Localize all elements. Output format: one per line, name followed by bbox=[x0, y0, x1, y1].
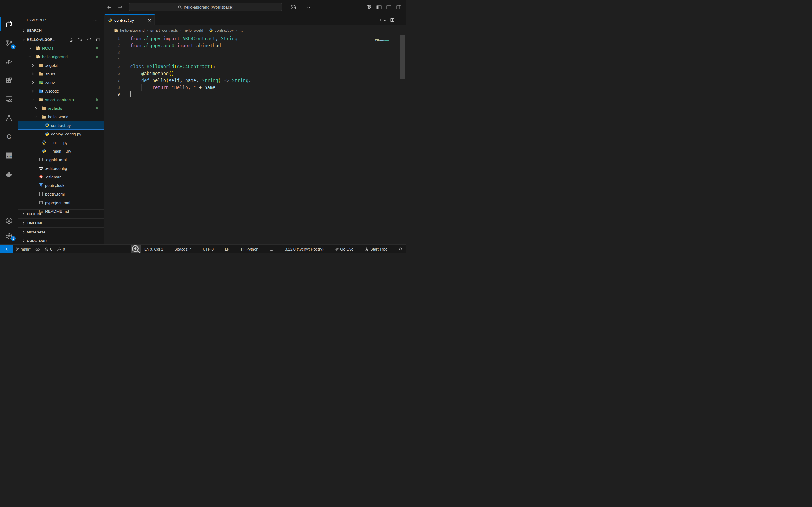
notifications[interactable] bbox=[397, 247, 404, 251]
publish-changes[interactable] bbox=[36, 247, 40, 251]
zoom-status-tile[interactable] bbox=[131, 245, 141, 253]
tree-item--gitignore[interactable]: .gitignore bbox=[18, 172, 104, 181]
activity-item-testing[interactable] bbox=[0, 108, 18, 127]
chevron-right-icon[interactable] bbox=[31, 63, 39, 67]
tree-item-poetry-toml[interactable]: poetry.toml bbox=[18, 190, 104, 198]
refresh-icon[interactable] bbox=[87, 37, 91, 42]
editor-actions bbox=[377, 14, 403, 25]
more-actions-icon[interactable] bbox=[93, 18, 98, 22]
tree-item--init-py[interactable]: __init__.py bbox=[18, 138, 104, 147]
status-item-label: Go Live bbox=[340, 247, 354, 251]
tab-contract-py[interactable]: contract.py bbox=[105, 14, 155, 25]
activity-item-dotenv[interactable]: .ENV bbox=[0, 146, 18, 165]
tree-item-smart-contracts[interactable]: smart_contracts bbox=[18, 95, 104, 104]
code-editor[interactable]: 123456789 from algopy import ARC4Contrac… bbox=[105, 35, 406, 244]
tree-item-deploy-config-py[interactable]: deploy_config.py bbox=[18, 129, 104, 138]
command-center-search[interactable]: hello-algorand (Workspace) bbox=[129, 3, 283, 11]
tree-item-hello-algorand[interactable]: hello-algorand bbox=[18, 52, 104, 61]
python-interpreter[interactable]: 3.12.0 ('.venv': Poetry) bbox=[283, 247, 325, 251]
chevron-down-icon[interactable] bbox=[34, 115, 42, 119]
split-icon[interactable] bbox=[390, 18, 395, 22]
encoding[interactable]: UTF-8 bbox=[201, 247, 215, 251]
copilot-icon[interactable] bbox=[290, 4, 296, 10]
chevron-down-small-icon[interactable] bbox=[384, 18, 387, 22]
toggle-sidebar-left-icon[interactable] bbox=[376, 4, 382, 10]
activity-item-explorer[interactable] bbox=[0, 14, 18, 33]
chevron-down-icon[interactable] bbox=[28, 55, 36, 59]
code-line-2: from algopy.arc4 import abimethod bbox=[130, 42, 251, 49]
section-outline[interactable]: OUTLINE bbox=[18, 209, 104, 218]
tree-item--algokit[interactable]: .algokit bbox=[18, 61, 104, 69]
activity-item-docker[interactable] bbox=[0, 165, 18, 183]
new-file-icon[interactable] bbox=[68, 37, 73, 42]
start-tree[interactable]: Start Tree bbox=[363, 247, 389, 251]
breadcrumb-item[interactable]: smart_contracts bbox=[150, 28, 178, 33]
breadcrumb-item[interactable]: … bbox=[239, 28, 243, 33]
errors-count[interactable]: 0 bbox=[45, 247, 52, 251]
tree-item--tours[interactable]: .tours bbox=[18, 69, 104, 78]
go-live[interactable]: Go Live bbox=[333, 247, 355, 251]
chevron-down-icon[interactable] bbox=[307, 6, 310, 9]
ellipsis-icon[interactable] bbox=[398, 18, 403, 22]
play-icon[interactable] bbox=[377, 18, 382, 22]
tree-item-label: __main__.py bbox=[48, 149, 71, 154]
tree-item-artifacts[interactable]: artifacts bbox=[18, 104, 104, 112]
section-workspace[interactable]: HELLO-ALGOR... bbox=[18, 35, 104, 44]
section-label: CODETOUR bbox=[27, 239, 47, 243]
text-cursor bbox=[130, 92, 131, 97]
forward-arrow-icon[interactable] bbox=[118, 5, 123, 10]
tree-item--editorconfig[interactable]: .editorconfig bbox=[18, 164, 104, 172]
eol[interactable]: LF bbox=[223, 247, 231, 251]
indentation[interactable]: Spaces: 4 bbox=[173, 247, 193, 251]
new-folder-icon[interactable] bbox=[78, 37, 82, 42]
chevron-right-icon[interactable] bbox=[31, 89, 39, 93]
toggle-panel-bottom-icon[interactable] bbox=[386, 4, 392, 10]
chevron-right-icon[interactable] bbox=[28, 46, 36, 50]
chevron-right-icon[interactable] bbox=[34, 106, 42, 110]
tree-item-root[interactable]: ROOT bbox=[18, 44, 104, 52]
activity-item-accounts[interactable] bbox=[0, 213, 18, 228]
remote-indicator[interactable] bbox=[0, 245, 13, 253]
tree-item-label: .editorconfig bbox=[45, 166, 67, 171]
collapse-all-icon[interactable] bbox=[96, 37, 100, 42]
activity-item-remote-explorer[interactable] bbox=[0, 90, 18, 108]
tree-item-poetry-lock[interactable]: poetry.lock bbox=[18, 181, 104, 190]
chevron-down-icon[interactable] bbox=[31, 98, 39, 102]
activity-item-settings[interactable]: 1 bbox=[0, 228, 18, 244]
layout-customize-icon[interactable] bbox=[366, 4, 372, 10]
tree-item--venv[interactable]: .venv bbox=[18, 78, 104, 87]
copilot-status[interactable] bbox=[268, 247, 275, 251]
activity-item-extensions[interactable] bbox=[0, 71, 18, 90]
breadcrumb-item[interactable]: contract.py bbox=[209, 28, 234, 33]
tree-item-contract-py[interactable]: contract.py bbox=[18, 121, 104, 129]
breadcrumb-item[interactable]: hello_world bbox=[184, 28, 203, 33]
tree-item-hello-world[interactable]: hello_world bbox=[18, 112, 104, 121]
tree-item--vscode[interactable]: .vscode bbox=[18, 87, 104, 95]
activity-item-source-control[interactable]: 6 bbox=[0, 33, 18, 52]
activity-item-run-and-debug[interactable] bbox=[0, 52, 18, 71]
cursor-position[interactable]: Ln 9, Col 1 bbox=[143, 247, 165, 251]
editorconfig-icon bbox=[39, 166, 45, 171]
tree-item--main-py[interactable]: __main__.py bbox=[18, 147, 104, 155]
breadcrumb-item[interactable]: hello-algorand bbox=[114, 28, 145, 33]
warnings-count[interactable]: 0 bbox=[57, 247, 65, 251]
activity-item-algokit[interactable]: G bbox=[0, 127, 18, 146]
tree-item-pyproject-toml[interactable]: pyproject.toml bbox=[18, 198, 104, 207]
tree-item--algokit-toml[interactable]: .algokit.toml bbox=[18, 155, 104, 164]
language-mode[interactable]: {}Python bbox=[239, 247, 260, 251]
toggle-sidebar-right-icon[interactable] bbox=[396, 4, 402, 10]
section-search[interactable]: SEARCH bbox=[18, 26, 104, 35]
status-item-label: 0 bbox=[50, 247, 52, 251]
chevron-right-icon[interactable] bbox=[31, 72, 39, 76]
breadcrumb-label: hello_world bbox=[184, 28, 203, 33]
minimap[interactable] bbox=[373, 36, 394, 41]
scrollbar-slider[interactable] bbox=[400, 36, 405, 79]
chevron-right-icon[interactable] bbox=[31, 80, 39, 84]
section-metadata[interactable]: METADATA bbox=[18, 227, 104, 237]
branch-item[interactable]: main* bbox=[15, 247, 31, 251]
chevron-spacer bbox=[31, 175, 39, 179]
section-timeline[interactable]: TIMELINE bbox=[18, 218, 104, 227]
close-icon[interactable] bbox=[147, 18, 152, 22]
back-arrow-icon[interactable] bbox=[107, 5, 112, 10]
section-codetour[interactable]: CODETOUR bbox=[18, 237, 104, 244]
